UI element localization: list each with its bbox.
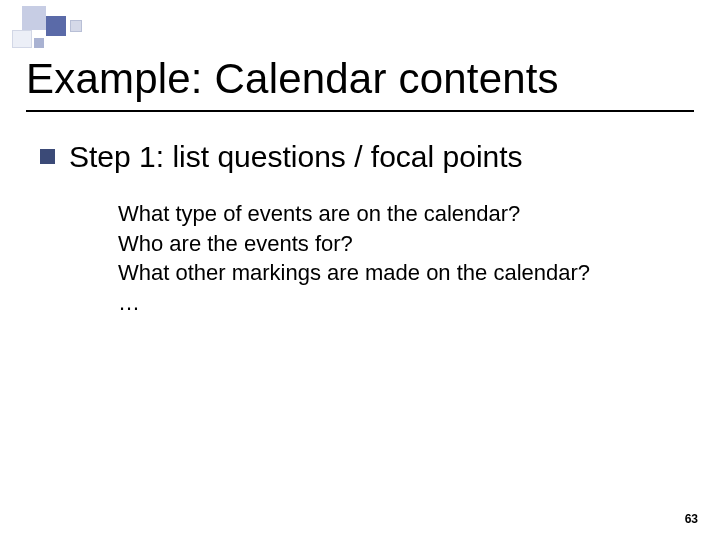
bullet-text: Step 1: list questions / focal points <box>69 140 523 175</box>
corner-decoration <box>0 0 130 50</box>
question-item: What other markings are made on the cale… <box>118 259 590 287</box>
decor-square <box>22 6 46 30</box>
page-number: 63 <box>685 512 698 526</box>
slide-title: Example: Calendar contents <box>26 55 559 103</box>
question-item: What type of events are on the calendar? <box>118 200 590 228</box>
question-list: What type of events are on the calendar?… <box>118 200 590 318</box>
decor-square <box>46 16 66 36</box>
decor-square <box>34 38 44 48</box>
bullet-row: Step 1: list questions / focal points <box>40 140 523 175</box>
decor-square <box>70 20 82 32</box>
decor-square <box>12 30 32 48</box>
title-underline <box>26 110 694 112</box>
square-bullet-icon <box>40 149 55 164</box>
question-item: Who are the events for? <box>118 230 590 258</box>
question-item: … <box>118 289 590 317</box>
